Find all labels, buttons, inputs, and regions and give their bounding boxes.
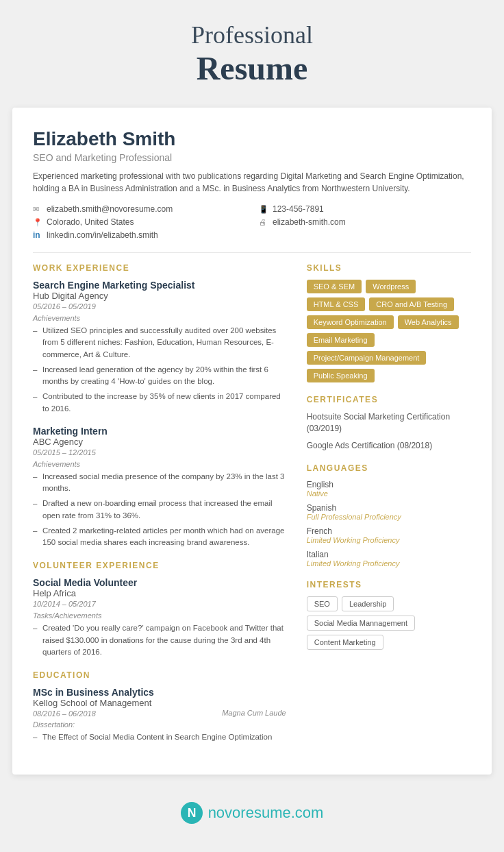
certificate-item: Google Ads Certification (08/2018) bbox=[307, 440, 471, 452]
interest-tag: Leadership bbox=[342, 596, 394, 611]
job-title-1: Search Engine Marketing Specialist bbox=[33, 280, 286, 291]
skills-title: SKILLS bbox=[307, 263, 471, 273]
linkedin-value: linkedin.com/in/elizabeth.smith bbox=[47, 230, 158, 240]
email-icon: ✉ bbox=[33, 205, 42, 214]
page-title-bottom: Resume bbox=[14, 49, 490, 87]
job-company-1: Hub Digital Agency bbox=[33, 291, 286, 301]
candidate-name: Elizabeth Smith bbox=[33, 128, 471, 150]
volunteer-dates-1: 10/2014 – 05/2017 bbox=[33, 600, 286, 608]
interests-grid: SEOLeadershipSocial Media MannagementCon… bbox=[307, 596, 471, 650]
skill-tag: Keyword Optimization bbox=[307, 315, 394, 329]
skill-tag: HTML & CSS bbox=[307, 297, 366, 311]
achievement-2-3: Created 2 marketing-related articles per… bbox=[33, 525, 286, 549]
edu-dates-1: 08/2016 – 06/2018 bbox=[33, 709, 96, 718]
edu-dates-row: 08/2016 – 06/2018 Magna Cum Laude bbox=[33, 708, 286, 718]
dissertation-list: The Effect of Social Media Content in Se… bbox=[33, 731, 286, 743]
volunteer-achievements-list: Created 'Do you really care?' campaign o… bbox=[33, 622, 286, 658]
right-column: SKILLS SEO & SEMWordpressHTML & CSSCRO a… bbox=[307, 263, 471, 754]
language-level: Full Professional Proficiency bbox=[307, 513, 471, 521]
left-column: WORK EXPERIENCE Search Engine Marketing … bbox=[33, 263, 286, 754]
language-level: Limited Working Proficiency bbox=[307, 536, 471, 544]
website-icon: 🖨 bbox=[259, 218, 268, 226]
resume-header: Elizabeth Smith SEO and Marketing Profes… bbox=[33, 128, 471, 253]
job-company-2: ABC Agency bbox=[33, 437, 286, 447]
job-block-2: Marketing Intern ABC Agency 05/2015 – 12… bbox=[33, 426, 286, 549]
edu-honor-1: Magna Cum Laude bbox=[222, 709, 286, 717]
edu-degree-1: MSc in Business Analytics bbox=[33, 687, 286, 698]
language-level: Limited Working Proficiency bbox=[307, 559, 471, 568]
resume-card: Elizabeth Smith SEO and Marketing Profes… bbox=[12, 108, 492, 775]
contact-website: 🖨 elizabeth-smith.com bbox=[259, 217, 471, 227]
page-footer: N novoresume.com bbox=[0, 788, 504, 838]
interest-tag: Social Media Mannagement bbox=[307, 616, 415, 631]
language-name: Italian bbox=[307, 550, 471, 559]
contact-grid: ✉ elizabeth.smith@novoresume.com 📱 123-4… bbox=[33, 204, 471, 240]
skill-tag: Email Marketing bbox=[307, 333, 375, 347]
dissertation-label: Dissertation: bbox=[33, 720, 286, 729]
skill-tag: SEO & SEM bbox=[307, 280, 362, 293]
page-header: Professional Resume bbox=[0, 0, 504, 101]
skills-grid: SEO & SEMWordpressHTML & CSSCRO and A/B … bbox=[307, 280, 471, 382]
phone-icon: 📱 bbox=[259, 205, 268, 214]
volunteer-company-1: Help Africa bbox=[33, 588, 286, 598]
phone-value: 123-456-7891 bbox=[273, 204, 324, 214]
achievement-1-1: Utilized SEO principles and successfully… bbox=[33, 325, 286, 361]
education-title: EDUCATION bbox=[33, 670, 286, 680]
volunteer-block-1: Social Media Volunteer Help Africa 10/20… bbox=[33, 577, 286, 658]
certificates-title: CERTIFICATES bbox=[307, 395, 471, 404]
languages-title: LANGUAGES bbox=[307, 463, 471, 473]
language-name: Spanish bbox=[307, 503, 471, 513]
language-item: EnglishNative bbox=[307, 480, 471, 498]
language-item: ItalianLimited Working Proficiency bbox=[307, 550, 471, 568]
website-value: elizabeth-smith.com bbox=[273, 217, 346, 227]
volunteer-title-1: Social Media Volunteer bbox=[33, 577, 286, 588]
work-experience-title: WORK EXPERIENCE bbox=[33, 263, 286, 273]
skill-tag: CRO and A/B Testing bbox=[369, 297, 454, 311]
skill-tag: Project/Campaign Management bbox=[307, 351, 427, 365]
achievement-2-2: Drafted a new on-boarding email process … bbox=[33, 498, 286, 522]
skill-tag: Public Speaking bbox=[307, 369, 375, 382]
edu-school-1: Kellog School of Management bbox=[33, 698, 286, 708]
language-name: English bbox=[307, 480, 471, 489]
job-dates-2: 05/2015 – 12/2015 bbox=[33, 448, 286, 457]
footer-brand: N novoresume.com bbox=[14, 802, 490, 824]
contact-email: ✉ elizabeth.smith@novoresume.com bbox=[33, 204, 245, 214]
contact-phone: 📱 123-456-7891 bbox=[259, 204, 471, 214]
language-name: French bbox=[307, 526, 471, 536]
language-item: FrenchLimited Working Proficiency bbox=[307, 526, 471, 544]
linkedin-icon: in bbox=[33, 230, 42, 240]
languages-list: EnglishNativeSpanishFull Professional Pr… bbox=[307, 480, 471, 568]
novoresume-logo-icon: N bbox=[181, 802, 203, 824]
interest-tag: Content Marketing bbox=[307, 635, 383, 650]
interests-title: INTERESTS bbox=[307, 580, 471, 589]
education-block-1: MSc in Business Analytics Kellog School … bbox=[33, 687, 286, 743]
job-block-1: Search Engine Marketing Specialist Hub D… bbox=[33, 280, 286, 415]
contact-location: 📍 Colorado, United States bbox=[33, 217, 245, 227]
footer-domain: novoresume.com bbox=[208, 804, 324, 822]
volunteer-achievement-1: Created 'Do you really care?' campaign o… bbox=[33, 622, 286, 658]
achievement-1-3: Contributed to the increase by 35% of ne… bbox=[33, 391, 286, 415]
email-value: elizabeth.smith@novoresume.com bbox=[47, 204, 173, 214]
skill-tag: Wordpress bbox=[366, 280, 416, 293]
page-title-top: Professional bbox=[14, 21, 490, 49]
certificate-item: Hootsuite Social Marketing Certification… bbox=[307, 411, 471, 435]
achievements-label-1: Achievements bbox=[33, 314, 286, 322]
achievement-2-1: Increased social media presence of the c… bbox=[33, 471, 286, 495]
svg-text:N: N bbox=[187, 806, 196, 820]
achievement-1-2: Increased lead generation of the agency … bbox=[33, 364, 286, 388]
candidate-summary: Experienced marketing professional with … bbox=[33, 170, 471, 195]
skill-tag: Web Analytics bbox=[398, 315, 459, 329]
dissertation-text: The Effect of Social Media Content in Se… bbox=[33, 731, 286, 743]
job-dates-1: 05/2016 – 05/2019 bbox=[33, 302, 286, 311]
volunteer-experience-title: VOLUNTEER EXPERIENCE bbox=[33, 561, 286, 570]
location-icon: 📍 bbox=[33, 218, 42, 227]
job-title-2: Marketing Intern bbox=[33, 426, 286, 437]
contact-linkedin: in linkedin.com/in/elizabeth.smith bbox=[33, 230, 245, 240]
achievements-list-2: Increased social media presence of the c… bbox=[33, 471, 286, 549]
language-level: Native bbox=[307, 489, 471, 498]
interest-tag: SEO bbox=[307, 596, 338, 611]
location-value: Colorado, United States bbox=[47, 217, 134, 227]
achievements-label-2: Achievements bbox=[33, 460, 286, 468]
achievements-list-1: Utilized SEO principles and successfully… bbox=[33, 325, 286, 415]
certificates-list: Hootsuite Social Marketing Certification… bbox=[307, 411, 471, 451]
